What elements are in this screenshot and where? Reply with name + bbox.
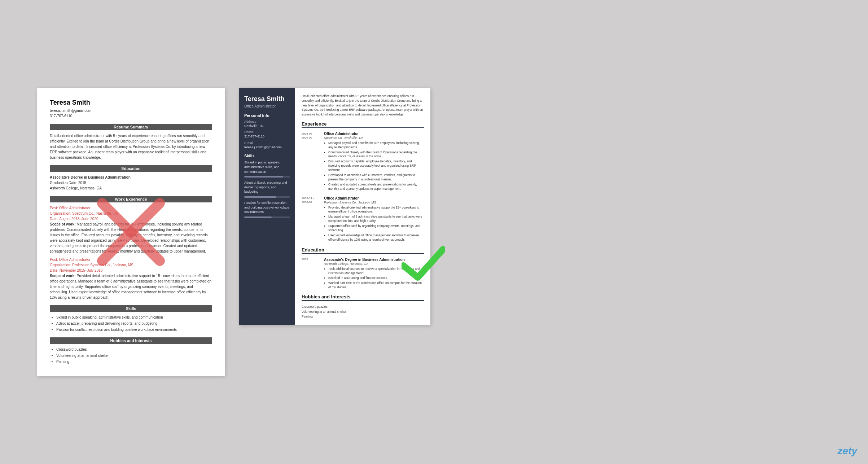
exp-job-1-details: Office Administrator Spectrum Co., Nashv… xyxy=(324,132,424,192)
job-1: Post: Office Administrator Organization:… xyxy=(50,205,212,254)
resume-main: Detail-oriented office administrator wit… xyxy=(295,88,430,325)
personal-info-title: Personal Info xyxy=(244,113,290,118)
edu-entry-1-details: Associate's Degree in Business Administr… xyxy=(324,258,424,290)
hobby-item: Crossword puzzles xyxy=(56,347,212,352)
experience-section-title: Experience xyxy=(302,121,424,128)
hobbies-section-title: Hobbies and Interests xyxy=(302,294,424,301)
resume-sidebar: Teresa Smith Office Administrator Person… xyxy=(239,88,295,325)
email-label: E-mail xyxy=(244,141,290,145)
skill-3-text: Passion for conflict resolution and buil… xyxy=(244,201,290,214)
edu-grad-date: Graduation Date: 2015 xyxy=(50,180,212,185)
zety-watermark: zety xyxy=(838,445,857,457)
job1-post: Post: Office Administrator xyxy=(50,205,212,211)
address-value: Nashville, TN xyxy=(244,124,290,128)
exp-job-1-bullets: Managed payroll and benefits for 30+ emp… xyxy=(324,141,424,191)
bullet: Created and updated spreadsheets and pre… xyxy=(328,183,424,191)
main-container: Teresa Smith teresa.j.smith@gmail.com 31… xyxy=(37,88,831,376)
edu-year: 2015 xyxy=(302,258,320,290)
edu-degree: Associate's Degree in Business Administr… xyxy=(50,175,212,180)
phone-value: 317-767-6110 xyxy=(244,134,290,139)
skills-title: Skills xyxy=(244,154,290,158)
skills-header: Skills xyxy=(50,305,212,312)
edu-degree-title: Associate's Degree in Business Administr… xyxy=(324,258,424,262)
exp-job-2-dates: 2015-11 - 2018-07 xyxy=(302,196,320,243)
skill-1-bar xyxy=(244,176,290,178)
edu-bullets: Took additional courses to receive a spe… xyxy=(324,267,424,290)
job2-org: Organization: Profession Systems Co., Ja… xyxy=(50,262,212,268)
bullet: Ensured accounts payable, employee benef… xyxy=(328,159,424,172)
right-hobby: Crossword puzzles xyxy=(302,305,424,310)
exp-job-2-bullets: Provided detail-oriented administrative … xyxy=(324,206,424,242)
edu-bullet: Worked part-time in the admissions offic… xyxy=(328,281,424,290)
job2-date: Date: November 2015–July 2018 xyxy=(50,268,212,273)
skill-2-text: Adept at Excel, preparing and delivering… xyxy=(244,180,290,194)
hobbies-list: Crossword puzzles Volunteering at an ani… xyxy=(50,347,212,364)
exp-job-2-company: Profession Systems Co., Jackson, MS xyxy=(324,201,424,204)
bullet: Provided detail-oriented administrative … xyxy=(328,206,424,214)
education-section-title: Education xyxy=(302,247,424,254)
right-summary: Detail-oriented office administrator wit… xyxy=(302,94,424,117)
summary-header: Resume Summary xyxy=(50,124,212,130)
right-hobbies-list: Crossword puzzles Volunteering at an ani… xyxy=(302,305,424,319)
exp-job-2: 2015-11 - 2018-07 Office Administrator P… xyxy=(302,196,424,243)
job-2: Post: Office Administrator Organization:… xyxy=(50,257,212,300)
job1-org: Organization: Spectrum Co., Nashville, T… xyxy=(50,211,212,216)
edu-bullet: Excelled in accounting and finance cours… xyxy=(328,276,424,280)
right-hobby: Painting xyxy=(302,314,424,319)
edu-school-name: Ashworth College, Norcross, GA xyxy=(324,262,424,266)
skill-3-bar xyxy=(244,216,290,218)
address-label: Address xyxy=(244,120,290,123)
edu-entry-1: 2015 Associate's Degree in Business Admi… xyxy=(302,258,424,290)
bullet: Managed a team of 3 administrative assis… xyxy=(328,215,424,223)
left-phone: 317-767-6110 xyxy=(50,113,212,119)
skill-item: Adept at Excel, preparing and delivering… xyxy=(56,321,212,326)
skill-2-bar xyxy=(244,196,290,198)
exp-job-1-company: Spectrum Co., Nashville, TN xyxy=(324,136,424,140)
hobbies-header: Hobbies and Interests xyxy=(50,337,212,344)
skill-item: Passion for conflict resolution and buil… xyxy=(56,327,212,332)
edu-school: Ashworth College, Norcross, GA xyxy=(50,185,212,191)
phone-label: Phone xyxy=(244,130,290,134)
left-name: Teresa Smith xyxy=(50,99,212,106)
bullet: Managed payroll and benefits for 30+ emp… xyxy=(328,141,424,150)
skill-1-text: Skilled in public speaking, administrati… xyxy=(244,160,290,174)
right-title: Office Administrator xyxy=(244,104,290,108)
bullet: Used expert knowledge of office manageme… xyxy=(328,233,424,242)
right-name: Teresa Smith xyxy=(244,95,290,103)
exp-job-1-dates: 2018-08 - 2020-06 xyxy=(302,132,320,192)
edu-bullet: Took additional courses to receive a spe… xyxy=(328,267,424,276)
exp-job-2-title: Office Administrator xyxy=(324,196,424,200)
hobby-item: Volunteering at an animal shelter xyxy=(56,353,212,358)
skills-list: Skilled in public speaking, administrati… xyxy=(50,315,212,332)
bad-resume: Teresa Smith teresa.j.smith@gmail.com 31… xyxy=(37,88,225,376)
right-hobby: Volunteering at an animal shelter xyxy=(302,310,424,315)
bullet: Communicated closely with the Head of Op… xyxy=(328,150,424,159)
bullet: Developed relationships with customers, … xyxy=(328,173,424,182)
exp-job-1-title: Office Administrator xyxy=(324,132,424,136)
good-resume: Teresa Smith Office Administrator Person… xyxy=(239,88,430,325)
email-value: teresa.j.smith@gmail.com xyxy=(244,145,290,150)
job1-scope: Scope of work: Managed payroll and benef… xyxy=(50,222,212,254)
education-header: Education xyxy=(50,165,212,172)
hobby-item: Painting xyxy=(56,359,212,364)
skill-item: Skilled in public speaking, administrati… xyxy=(56,315,212,320)
exp-job-2-details: Office Administrator Profession Systems … xyxy=(324,196,424,243)
summary-text: Detail-oriented office administrator wit… xyxy=(50,133,212,160)
job1-date: Date: August 2018–June 2020 xyxy=(50,216,212,222)
bullet: Supported office staff by organizing com… xyxy=(328,224,424,233)
work-header: Work Experience xyxy=(50,196,212,202)
job2-scope: Scope of work: Provided detail-oriented … xyxy=(50,273,212,300)
left-email: teresa.j.smith@gmail.com xyxy=(50,108,212,113)
exp-job-1: 2018-08 - 2020-06 Office Administrator S… xyxy=(302,132,424,192)
job2-post: Post: Office Administrator xyxy=(50,257,212,262)
